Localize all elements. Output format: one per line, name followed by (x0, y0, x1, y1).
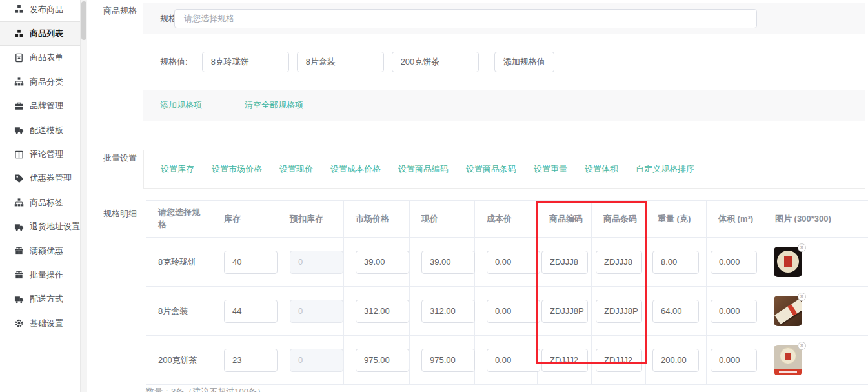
section-title-detail: 规格明细 (103, 208, 137, 220)
truck-icon (14, 222, 24, 232)
batch-link[interactable]: 自定义规格排序 (636, 163, 694, 175)
sidebar-item-label: 商品表单 (30, 52, 63, 63)
row-count-note: 数量：3条（建议不超过100条） (146, 386, 265, 392)
volume-input[interactable] (711, 300, 757, 323)
weight-input[interactable] (652, 349, 699, 372)
batch-settings-panel: 设置库存设置市场价格设置现价设置成本价格设置商品编码设置商品条码设置重量设置体积… (143, 150, 865, 189)
volume-input[interactable] (711, 349, 757, 372)
sidebar-item-1[interactable]: 发布商品 (0, 0, 80, 21)
stock-input[interactable] (224, 349, 278, 372)
sidebar-item-13[interactable]: 配送方式 (0, 287, 80, 311)
table-cell (646, 336, 707, 385)
sidebar-item-label: 配送方式 (30, 293, 63, 305)
sidebar-item-7[interactable]: 评论管理 (0, 142, 80, 166)
add-spec-item-link[interactable]: 添加规格项 (160, 99, 202, 111)
sidebar-scrollbar-thumb[interactable] (81, 1, 86, 40)
current-price-input[interactable] (421, 349, 475, 372)
barcode-input[interactable] (596, 251, 642, 274)
cost-price-input[interactable] (487, 349, 540, 372)
table-cell (410, 287, 475, 336)
sidebar-item-10[interactable]: 退货地址设置 (0, 215, 80, 239)
column-header: 商品编码 (538, 201, 592, 238)
spec-value-label: 规格值: (160, 56, 188, 68)
remove-image-icon[interactable]: × (798, 293, 806, 301)
cost-price-input[interactable] (487, 300, 540, 323)
sidebar-item-9[interactable]: 商品标签 (0, 191, 80, 214)
sku-detail-table: 请您选择规格库存预扣库存市场价格现价成本价商品编码商品条码重量 (克)体积 (m… (146, 200, 868, 385)
spec-value-input[interactable]: 8片盒装 (297, 52, 384, 72)
spec-value-list: 8克玲珑饼8片盒装200克饼茶 (202, 52, 487, 72)
sidebar-item-8[interactable]: 优惠券管理 (0, 167, 80, 191)
product-code-input[interactable] (541, 349, 588, 372)
spec-value-input[interactable]: 200克饼茶 (392, 52, 479, 72)
sidebar-item-12[interactable]: 批量操作 (0, 263, 80, 287)
table-cell (707, 336, 763, 385)
product-image[interactable]: × (774, 247, 802, 277)
spec-values-row: 规格值: 8克玲珑饼8片盒装200克饼茶 添加规格值 (143, 34, 865, 90)
current-price-input[interactable] (421, 251, 475, 274)
sidebar-item-11[interactable]: 满额优惠 (0, 239, 80, 263)
product-code-input[interactable] (541, 300, 588, 323)
table-cell (707, 238, 763, 287)
spec-name-input[interactable]: 请您选择规格 (174, 9, 757, 28)
barcode-input[interactable] (596, 300, 642, 323)
sidebar-item-2[interactable]: 商品列表 (0, 21, 80, 45)
market-price-input[interactable] (356, 251, 409, 274)
gift-icon (14, 270, 24, 280)
table-cell (475, 336, 538, 385)
batch-link[interactable]: 设置商品编码 (398, 163, 449, 175)
gear-icon (14, 318, 24, 328)
stock-input[interactable] (224, 300, 278, 323)
add-spec-value-button[interactable]: 添加规格值 (494, 52, 554, 72)
weight-input[interactable] (652, 300, 699, 323)
batch-link[interactable]: 设置库存 (161, 163, 194, 175)
section-title-batch: 批量设置 (103, 152, 137, 164)
image-cell: × (763, 336, 868, 385)
cost-price-input[interactable] (487, 251, 540, 274)
market-price-input[interactable] (356, 349, 409, 372)
sidebar-item-14[interactable]: 基础设置 (0, 311, 80, 335)
batch-link[interactable]: 设置体积 (585, 163, 618, 175)
columns-icon (14, 150, 24, 160)
column-header: 成本价 (475, 201, 538, 238)
sidebar-item-label: 基础设置 (30, 318, 63, 329)
sidebar-item-label: 评论管理 (30, 149, 63, 160)
batch-link[interactable]: 设置重量 (534, 163, 567, 175)
table-cell (538, 238, 592, 287)
product-image[interactable]: × (774, 345, 802, 375)
batch-link[interactable]: 设置现价 (279, 163, 313, 175)
sidebar-item-label: 退货地址设置 (30, 221, 80, 232)
remove-image-icon[interactable]: × (798, 243, 806, 252)
sitemap-icon (14, 77, 24, 87)
table-cell (592, 287, 646, 336)
sidebar-item-3[interactable]: 商品表单 (0, 46, 80, 70)
barcode-input[interactable] (596, 349, 642, 372)
clear-all-spec-link[interactable]: 清空全部规格项 (245, 99, 303, 111)
batch-link[interactable]: 设置成本价格 (330, 163, 381, 175)
column-header: 库存 (212, 201, 278, 238)
sidebar-scrollbar[interactable] (81, 0, 87, 392)
column-header: 商品条码 (592, 201, 646, 238)
column-header: 重量 (克) (646, 201, 707, 238)
product-image[interactable]: × (774, 296, 802, 326)
remove-image-icon[interactable]: × (798, 342, 806, 350)
column-header: 预扣库存 (278, 201, 344, 238)
batch-link[interactable]: 设置市场价格 (212, 163, 262, 175)
batch-link[interactable]: 设置商品条码 (466, 163, 516, 175)
section-title-spec: 商品规格 (103, 5, 137, 17)
table-header-row: 请您选择规格库存预扣库存市场价格现价成本价商品编码商品条码重量 (克)体积 (m… (146, 201, 868, 238)
weight-input[interactable] (652, 251, 699, 274)
stock-input[interactable] (224, 251, 278, 274)
spec-value-input[interactable]: 8克玲珑饼 (202, 52, 289, 72)
sidebar-item-4[interactable]: 商品分类 (0, 70, 80, 94)
gift-icon (14, 246, 24, 256)
table-cell (212, 287, 278, 336)
volume-input[interactable] (711, 251, 757, 274)
sidebar-item-label: 品牌管理 (30, 100, 63, 112)
product-code-input[interactable] (541, 251, 588, 274)
current-price-input[interactable] (421, 300, 475, 323)
table-cell (278, 336, 344, 385)
sidebar-item-6[interactable]: 配送模板 (0, 118, 80, 142)
sidebar-item-5[interactable]: 品牌管理 (0, 94, 80, 118)
market-price-input[interactable] (356, 300, 409, 323)
